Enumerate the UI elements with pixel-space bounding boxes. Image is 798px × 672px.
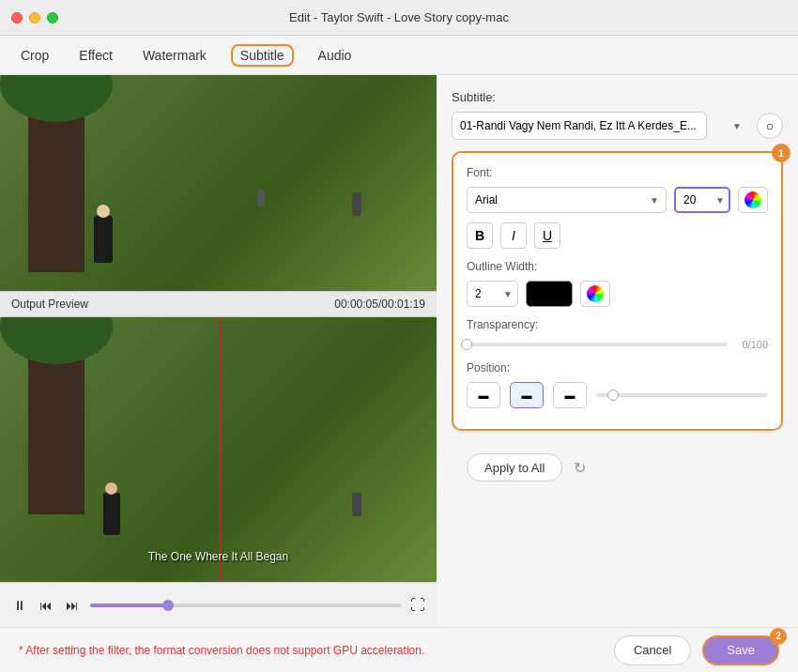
subtitle-select-row: 01-Randi Vagy Nem Randi, Ez Itt A Kerdes… bbox=[452, 112, 783, 140]
apply-to-all-button[interactable]: Apply to All bbox=[467, 453, 562, 481]
scene-tree-top bbox=[28, 84, 84, 272]
video-bg-bottom: The One Where It All Began bbox=[0, 317, 437, 582]
font-card: 1 Font: Arial ▼ 20 ▼ bbox=[452, 151, 783, 431]
font-family-select[interactable]: Arial bbox=[467, 187, 667, 213]
refresh-button[interactable]: ↻ bbox=[574, 459, 586, 477]
red-line bbox=[219, 317, 222, 582]
playback-controls: ⏸ ⏮ ⏭ ⛶ bbox=[0, 582, 437, 627]
outline-color-wheel-icon bbox=[587, 285, 604, 302]
progress-track[interactable] bbox=[90, 603, 401, 607]
font-row: Arial ▼ 20 ▼ bbox=[467, 187, 768, 213]
style-buttons: B I U bbox=[467, 222, 768, 249]
apply-row: Apply to All ↻ bbox=[452, 444, 783, 491]
transparency-row: 0/100 bbox=[467, 339, 768, 350]
footer-buttons: Cancel 2 Save bbox=[614, 635, 779, 665]
subtitle-select-arrow-icon: ▼ bbox=[732, 121, 742, 131]
cancel-button[interactable]: Cancel bbox=[614, 635, 691, 665]
traffic-lights bbox=[11, 12, 58, 23]
video-panel: Output Preview 00:00:05/00:01:19 The One… bbox=[0, 75, 437, 627]
position-left-button[interactable]: ▬ bbox=[467, 382, 500, 408]
progress-thumb[interactable] bbox=[162, 600, 174, 611]
tab-watermark[interactable]: Watermark bbox=[137, 44, 212, 67]
output-preview-label: Output Preview bbox=[11, 298, 88, 311]
font-card-badge: 1 bbox=[772, 144, 790, 162]
subtitle-overlay: The One Where It All Began bbox=[148, 550, 288, 563]
size-select-wrapper: 20 ▼ bbox=[674, 187, 730, 213]
progress-fill bbox=[90, 603, 168, 607]
maximize-button[interactable] bbox=[47, 12, 58, 23]
next-button[interactable]: ⏭ bbox=[64, 596, 81, 615]
outline-color-swatch[interactable] bbox=[526, 281, 573, 307]
bg-figure-b bbox=[352, 493, 361, 516]
subtitle-select[interactable]: 01-Randi Vagy Nem Randi, Ez Itt A Kerdes… bbox=[452, 112, 707, 140]
tab-effect[interactable]: Effect bbox=[73, 44, 118, 67]
subtitle-search-button[interactable]: ○ bbox=[757, 113, 783, 139]
video-preview-top bbox=[0, 75, 437, 291]
font-select-wrapper: Arial ▼ bbox=[467, 187, 667, 213]
window-title: Edit - Taylor Swift - Love Story copy-ma… bbox=[289, 10, 509, 24]
font-color-button[interactable] bbox=[738, 187, 768, 213]
position-section: Position: ▬ ▬ ▬ bbox=[467, 361, 768, 408]
position-slider[interactable] bbox=[596, 393, 768, 397]
right-panel: Subtitle: 01-Randi Vagy Nem Randi, Ez It… bbox=[437, 75, 798, 627]
subtitle-select-wrapper: 01-Randi Vagy Nem Randi, Ez Itt A Kerdes… bbox=[452, 112, 749, 140]
output-preview-time: 00:00:05/00:01:19 bbox=[334, 298, 425, 311]
outline-width-select[interactable]: 2 bbox=[467, 281, 518, 307]
save-button[interactable]: Save bbox=[702, 635, 779, 665]
color-wheel-icon bbox=[744, 191, 761, 208]
position-left-icon: ▬ bbox=[479, 389, 489, 401]
underline-button[interactable]: U bbox=[534, 222, 560, 249]
outline-label: Outline Width: bbox=[467, 260, 768, 273]
transparency-slider-thumb[interactable] bbox=[461, 339, 472, 350]
prev-button[interactable]: ⏮ bbox=[38, 596, 54, 615]
bold-button[interactable]: B bbox=[467, 222, 493, 249]
video-preview-bottom: The One Where It All Began bbox=[0, 317, 437, 582]
font-label: Font: bbox=[467, 166, 768, 179]
titlebar: Edit - Taylor Swift - Love Story copy-ma… bbox=[0, 0, 798, 36]
outline-section: Outline Width: 2 ▼ bbox=[467, 260, 768, 307]
position-right-icon: ▬ bbox=[565, 389, 575, 401]
close-button[interactable] bbox=[11, 12, 23, 23]
fullscreen-button[interactable]: ⛶ bbox=[410, 597, 425, 614]
outline-color-button[interactable] bbox=[580, 281, 610, 307]
outline-row: 2 ▼ bbox=[467, 281, 768, 307]
save-button-wrapper: 2 Save bbox=[702, 635, 779, 665]
nav-tabs: Crop Effect Watermark Subtitle Audio bbox=[0, 36, 798, 75]
video-bg-top bbox=[0, 75, 437, 291]
position-center-button[interactable]: ▬ bbox=[510, 382, 544, 408]
transparency-label: Transparency: bbox=[467, 318, 768, 331]
save-badge: 2 bbox=[770, 628, 787, 645]
scene-tree-bottom bbox=[28, 327, 84, 514]
outline-select-wrapper: 2 ▼ bbox=[467, 281, 518, 307]
position-slider-thumb[interactable] bbox=[607, 389, 619, 401]
footer-warning: * After setting the filter, the format c… bbox=[19, 644, 424, 657]
tab-subtitle[interactable]: Subtitle bbox=[231, 44, 294, 67]
bg-figure2 bbox=[257, 190, 265, 206]
position-row: ▬ ▬ ▬ bbox=[467, 382, 768, 408]
right-panel-inner: Subtitle: 01-Randi Vagy Nem Randi, Ez It… bbox=[452, 90, 783, 491]
scene-person-bottom bbox=[103, 493, 120, 535]
bg-figure bbox=[352, 192, 361, 216]
minimize-button[interactable] bbox=[29, 12, 40, 23]
subtitle-section-label: Subtitle: bbox=[452, 90, 783, 104]
main-content: Output Preview 00:00:05/00:01:19 The One… bbox=[0, 75, 798, 627]
search-icon: ○ bbox=[766, 118, 774, 133]
scene-figure-top bbox=[94, 216, 113, 263]
position-center-icon: ▬ bbox=[522, 389, 532, 401]
transparency-value: 0/100 bbox=[735, 339, 768, 350]
italic-button[interactable]: I bbox=[500, 222, 527, 249]
tab-crop[interactable]: Crop bbox=[15, 44, 54, 67]
tab-audio[interactable]: Audio bbox=[313, 44, 358, 67]
position-right-button[interactable]: ▬ bbox=[553, 382, 587, 408]
footer: * After setting the filter, the format c… bbox=[0, 627, 798, 672]
transparency-section: Transparency: 0/100 bbox=[467, 318, 768, 350]
pause-button[interactable]: ⏸ bbox=[11, 596, 28, 615]
font-size-select[interactable]: 20 bbox=[674, 187, 730, 213]
position-label: Position: bbox=[467, 361, 768, 374]
output-preview-bar: Output Preview 00:00:05/00:01:19 bbox=[0, 291, 437, 317]
transparency-slider[interactable] bbox=[467, 343, 728, 346]
